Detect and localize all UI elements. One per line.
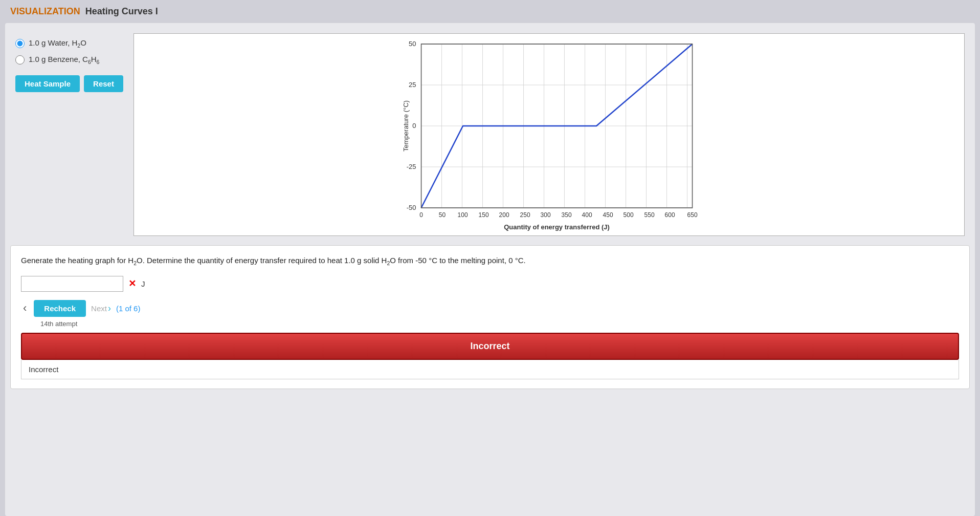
prev-button[interactable]: ‹ — [21, 302, 29, 315]
radio-water[interactable] — [15, 39, 25, 48]
svg-text:250: 250 — [520, 211, 530, 219]
svg-text:450: 450 — [603, 211, 613, 219]
answer-row: ✕ J — [21, 276, 959, 292]
option-water-label: 1.0 g Water, H2O — [29, 38, 86, 49]
error-icon: ✕ — [128, 278, 136, 289]
heating-curve-chart: 50 25 0 -25 -50 0 50 100 150 200 250 300… — [133, 33, 965, 236]
svg-text:25: 25 — [409, 81, 416, 89]
option-benzene-label: 1.0 g Benzene, C6H6 — [29, 55, 99, 65]
unit-label: J — [141, 280, 145, 288]
next-button[interactable]: Next › — [91, 303, 111, 314]
incorrect-banner: Incorrect — [21, 333, 959, 360]
svg-text:Temperature (°C): Temperature (°C) — [402, 100, 409, 152]
svg-text:650: 650 — [687, 211, 697, 219]
svg-text:100: 100 — [457, 211, 467, 219]
question-panel: Generate the heating graph for H2O. Dete… — [10, 245, 970, 389]
svg-text:150: 150 — [478, 211, 488, 219]
recheck-button[interactable]: Recheck — [34, 300, 86, 317]
progress-label: (1 of 6) — [116, 304, 141, 313]
svg-text:300: 300 — [540, 211, 550, 219]
svg-text:50: 50 — [409, 40, 416, 48]
nav-row: ‹ Recheck Next › (1 of 6) — [21, 300, 959, 317]
svg-text:-50: -50 — [407, 204, 416, 211]
svg-text:Quantity of energy transferred: Quantity of energy transferred (J) — [504, 223, 610, 231]
incorrect-detail-text: Incorrect — [29, 365, 58, 374]
option-water[interactable]: 1.0 g Water, H2O — [15, 38, 123, 49]
svg-text:0: 0 — [419, 211, 423, 219]
radio-benzene[interactable] — [15, 55, 25, 64]
answer-input[interactable] — [21, 276, 123, 292]
svg-text:550: 550 — [644, 211, 654, 219]
svg-text:400: 400 — [582, 211, 592, 219]
svg-text:-25: -25 — [407, 163, 416, 170]
svg-text:350: 350 — [561, 211, 571, 219]
incorrect-detail: Incorrect — [21, 360, 959, 379]
sample-controls: 1.0 g Water, H2O 1.0 g Benzene, C6H6 Hea… — [15, 33, 123, 236]
page-title: Heating Curves I — [85, 6, 158, 17]
svg-text:500: 500 — [623, 211, 633, 219]
svg-text:0: 0 — [412, 122, 416, 130]
heat-sample-button[interactable]: Heat Sample — [15, 75, 80, 92]
next-chevron-icon: › — [108, 303, 111, 314]
question-text: Generate the heating graph for H2O. Dete… — [21, 255, 959, 268]
option-benzene[interactable]: 1.0 g Benzene, C6H6 — [15, 55, 123, 65]
chart-svg: 50 25 0 -25 -50 0 50 100 150 200 250 300… — [134, 34, 964, 233]
svg-text:200: 200 — [499, 211, 509, 219]
next-label: Next — [91, 304, 107, 313]
visualization-label: VISUALIZATION — [10, 6, 80, 17]
incorrect-banner-text: Incorrect — [470, 341, 509, 351]
attempt-label: 14th attempt — [40, 320, 959, 328]
reset-button[interactable]: Reset — [84, 75, 123, 92]
svg-text:600: 600 — [664, 211, 675, 219]
svg-text:50: 50 — [439, 211, 446, 219]
